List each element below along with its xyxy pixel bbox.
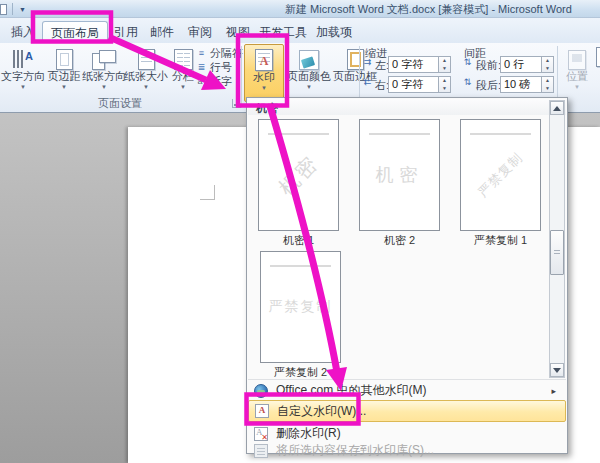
group-separator xyxy=(241,46,242,108)
hyphenation-button[interactable]: a- 断字 ▼ xyxy=(196,74,241,88)
qat-customize-dropdown-icon[interactable]: ▼ xyxy=(16,6,29,13)
spin-up-icon[interactable]: ▲ xyxy=(542,57,553,65)
indent-right-input[interactable]: 0 字符 xyxy=(388,76,439,93)
indent-left-spinner[interactable]: ▲ ▼ xyxy=(439,56,451,73)
dropdown-arrow-icon: ▼ xyxy=(306,83,312,91)
scrollbar-thumb[interactable] xyxy=(550,230,564,275)
menu-item-custom-watermark[interactable]: 自定义水印(W)... xyxy=(248,400,566,422)
tab-developer[interactable]: 开发工具 xyxy=(258,21,308,43)
indent-right-spinner[interactable]: ▲ ▼ xyxy=(439,76,451,93)
scroll-up-button[interactable] xyxy=(550,101,564,115)
save-to-gallery-icon xyxy=(254,444,268,458)
menu-separator xyxy=(248,379,566,380)
menu-item-save-selection-to-gallery: 将所选内容保存到水印库(S)... xyxy=(248,441,566,460)
columns-icon xyxy=(174,44,193,70)
scroll-down-icon xyxy=(553,368,561,373)
watermark-thumb-do-not-copy-1[interactable]: 严禁复制 xyxy=(460,119,541,231)
dropdown-arrow-icon: ▼ xyxy=(101,83,107,91)
spacing-before-spinner[interactable]: ▲ ▼ xyxy=(542,56,554,73)
watermark-dropdown-menu: 机密 机密 机密 1 机密 机密 2 严禁复制 严禁复制 1 严禁复制 严禁复制… xyxy=(246,97,568,454)
spin-down-icon[interactable]: ▼ xyxy=(439,85,450,93)
spin-down-icon[interactable]: ▼ xyxy=(439,65,450,73)
page-setup-dialog-launcher[interactable] xyxy=(232,99,241,108)
text-direction-button[interactable]: A 文字方向 ▼ xyxy=(2,44,44,96)
orientation-icon xyxy=(92,44,116,70)
spacing-before-input[interactable]: 0 行 xyxy=(500,56,542,73)
breaks-icon: ≡ xyxy=(196,48,207,59)
gallery-scrollbar[interactable] xyxy=(549,100,565,378)
thumb-caption: 机密 1 xyxy=(258,233,339,248)
word-window: ▼ 新建 Microsoft Word 文档.docx [兼容模式] - Mic… xyxy=(0,0,600,463)
indent-right-label: 右: xyxy=(375,78,389,93)
ribbon-tab-row: 插入 页面布局 引用 邮件 审阅 视图 开发工具 加载项 xyxy=(0,18,600,43)
breaks-button[interactable]: ≡ 分隔符 xyxy=(196,46,243,60)
tab-review[interactable]: 审阅 xyxy=(184,21,216,43)
spacing-after-label: 段后: xyxy=(476,78,501,93)
gallery-section-header: 机密 xyxy=(248,99,566,115)
scroll-up-icon xyxy=(553,106,561,111)
watermark-preview-text: 机密 xyxy=(360,120,439,230)
watermark-button[interactable]: A 水印 ▼ xyxy=(244,44,284,102)
spin-up-icon[interactable]: ▲ xyxy=(439,77,450,85)
hyphenation-icon: a- xyxy=(196,76,207,87)
watermark-thumb-do-not-copy-2[interactable]: 严禁复制 xyxy=(260,251,341,363)
spin-down-icon[interactable]: ▼ xyxy=(542,85,553,93)
group-label-page-setup: 页面设置 xyxy=(0,96,240,111)
scroll-down-button[interactable] xyxy=(550,363,564,377)
text-direction-icon: A xyxy=(11,44,35,70)
quick-access-toolbar: ▼ xyxy=(0,1,29,17)
remove-watermark-icon xyxy=(254,427,268,441)
menu-item-more-watermarks-office-com[interactable]: Office.com 中的其他水印(M) ▸ xyxy=(248,381,566,400)
dropdown-arrow-icon: ▼ xyxy=(143,83,149,91)
watermark-icon: A xyxy=(255,45,273,71)
line-numbers-icon: ≣ xyxy=(196,62,207,73)
margins-icon xyxy=(56,44,73,70)
tab-view[interactable]: 视图 xyxy=(222,21,254,43)
tab-insert[interactable]: 插入 xyxy=(6,21,40,43)
page-color-button[interactable]: 页面颜色 ▼ xyxy=(287,44,331,96)
thumb-caption: 严禁复制 2 xyxy=(260,365,341,380)
watermark-thumb-confidential-1[interactable]: 机密 xyxy=(258,119,339,231)
spacing-before-icon: ⇅ xyxy=(462,57,473,68)
indent-left-input[interactable]: 0 字符 xyxy=(388,56,439,73)
thumb-caption: 严禁复制 1 xyxy=(460,233,541,248)
tab-addins[interactable]: 加载项 xyxy=(312,21,356,43)
dropdown-arrow-icon: ▼ xyxy=(20,83,26,91)
title-bar: ▼ 新建 Microsoft Word 文档.docx [兼容模式] - Mic… xyxy=(0,0,600,18)
indent-left-icon: ⇉ xyxy=(362,57,373,68)
dropdown-arrow-icon: ▼ xyxy=(61,83,67,91)
submenu-arrow-icon: ▸ xyxy=(551,386,556,396)
tab-page-layout[interactable]: 页面布局 xyxy=(42,21,108,43)
office-com-icon xyxy=(254,384,268,398)
page-borders-icon xyxy=(347,44,364,70)
position-icon xyxy=(568,44,586,70)
watermark-thumb-confidential-2[interactable]: 机密 xyxy=(359,119,440,231)
position-button[interactable]: 位置 ▼ xyxy=(561,44,593,96)
watermark-preview-text: 严禁复制 xyxy=(460,119,541,231)
paper-size-button[interactable]: 纸张大小 ▼ xyxy=(126,44,166,96)
spacing-after-spinner[interactable]: ▲ ▼ xyxy=(542,76,554,93)
qat-separator xyxy=(12,3,13,15)
tab-references[interactable]: 引用 xyxy=(110,21,142,43)
window-title: 新建 Microsoft Word 文档.docx [兼容模式] - Micro… xyxy=(285,2,572,17)
wrap-text-button-partial[interactable] xyxy=(596,47,600,67)
spacing-after-input[interactable]: 10 磅 xyxy=(500,76,542,93)
page-color-icon xyxy=(299,44,319,70)
spin-up-icon[interactable]: ▲ xyxy=(542,77,553,85)
tab-mailings[interactable]: 邮件 xyxy=(146,21,178,43)
line-numbers-button[interactable]: ≣ 行号 ▼ xyxy=(196,60,241,74)
watermark-preview-text: 机密 xyxy=(258,119,339,231)
thumb-caption: 机密 2 xyxy=(359,233,440,248)
spacing-after-icon: ⇅ xyxy=(462,77,473,88)
spacing-before-label: 段前: xyxy=(476,58,501,73)
spin-down-icon[interactable]: ▼ xyxy=(542,65,553,73)
dropdown-arrow-icon: ▼ xyxy=(574,83,580,91)
spin-up-icon[interactable]: ▲ xyxy=(439,57,450,65)
margin-crop-mark xyxy=(200,185,215,200)
dropdown-arrow-icon: ▼ xyxy=(180,83,186,91)
app-icon xyxy=(0,4,7,15)
columns-button[interactable]: 分栏 ▼ xyxy=(168,44,198,96)
orientation-button[interactable]: 纸张方向 ▼ xyxy=(84,44,124,96)
custom-watermark-icon xyxy=(255,404,269,418)
margins-button[interactable]: 页边距 ▼ xyxy=(46,44,82,96)
